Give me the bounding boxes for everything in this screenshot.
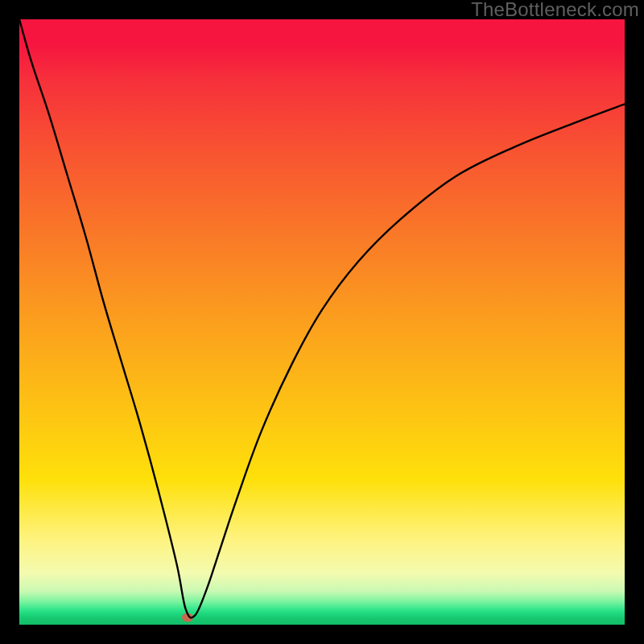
- curve-svg: [19, 19, 625, 625]
- curve-path: [19, 19, 625, 617]
- plot-area: [19, 19, 625, 625]
- chart-frame: TheBottleneck.com: [0, 0, 644, 644]
- watermark-label: TheBottleneck.com: [471, 0, 639, 21]
